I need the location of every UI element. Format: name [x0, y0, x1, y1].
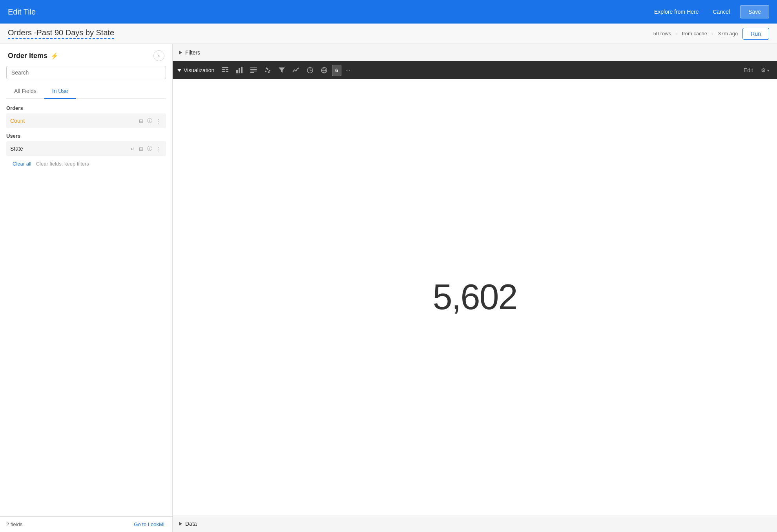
info-state-icon: ⓘ	[147, 146, 152, 151]
more-state-icon: ⋮	[156, 146, 161, 152]
info-state-button[interactable]: ⓘ	[146, 144, 153, 153]
data-toggle[interactable]: Data	[179, 521, 197, 527]
globe-icon	[321, 67, 328, 74]
svg-rect-6	[239, 68, 240, 73]
pivot-state-button[interactable]: ↵	[130, 145, 136, 153]
data-label: Data	[185, 521, 197, 527]
chevron-left-icon: ‹	[158, 53, 160, 58]
field-tabs: All Fields In Use	[6, 84, 166, 99]
fields-section: Orders Count ⊟ ⓘ ⋮ Users Stat	[0, 99, 172, 516]
bar-chart-icon	[236, 67, 243, 74]
collapse-sidebar-button[interactable]: ‹	[153, 50, 164, 61]
sidebar-title-text: Order Items	[8, 52, 47, 60]
query-meta: 50 rows · from cache · 37m ago Run	[653, 28, 769, 40]
viz-line-button[interactable]	[290, 64, 302, 76]
info-count-button[interactable]: ⓘ	[146, 117, 153, 125]
content-area: Filters Visualization	[173, 44, 777, 532]
viz-collapse-icon	[177, 69, 181, 72]
filters-label: Filters	[185, 49, 200, 56]
orders-section-label: Orders	[6, 105, 166, 111]
viz-scatter-button[interactable]	[261, 64, 274, 76]
svg-point-12	[265, 71, 266, 72]
users-section-label: Users	[6, 133, 166, 139]
query-title: Orders -Past 90 Days by State	[8, 28, 114, 39]
header-actions: Explore from Here Cancel Save	[650, 5, 769, 18]
viz-single-value-button[interactable]: 6	[332, 65, 341, 76]
list-icon	[250, 67, 257, 74]
svg-rect-7	[241, 67, 243, 73]
query-bar: Orders -Past 90 Days by State 50 rows · …	[0, 24, 777, 44]
viz-label-text: Visualization	[184, 67, 214, 73]
cancel-button[interactable]: Cancel	[709, 6, 734, 17]
clear-keep-link[interactable]: Clear fields, keep filters	[36, 161, 89, 167]
clear-all-link[interactable]: Clear all	[13, 161, 31, 167]
viz-edit-button[interactable]: Edit	[741, 66, 756, 75]
svg-rect-11	[250, 72, 254, 73]
time-ago: 37m ago	[718, 31, 738, 36]
funnel-icon	[278, 67, 285, 74]
row-count: 50 rows	[653, 31, 671, 36]
explore-from-here-button[interactable]: Explore from Here	[650, 6, 703, 17]
more-state-button[interactable]: ⋮	[155, 145, 162, 153]
svg-rect-0	[222, 67, 228, 68]
sidebar-footer: 2 fields Go to LookML	[0, 516, 172, 532]
separator-2: ·	[712, 31, 713, 36]
gear-dropdown-icon: ▾	[767, 68, 769, 73]
top-header: Edit Tile Explore from Here Cancel Save	[0, 0, 777, 24]
filter-state-button[interactable]: ⊟	[138, 145, 144, 153]
sidebar: Order Items ⚡ ‹ All Fields In Use Orders…	[0, 44, 173, 532]
svg-rect-9	[250, 69, 257, 70]
svg-point-15	[266, 67, 267, 69]
field-name-count: Count	[10, 118, 25, 124]
svg-rect-1	[222, 69, 225, 70]
svg-rect-10	[250, 71, 257, 71]
viz-clock-button[interactable]	[304, 64, 316, 76]
big-number-value: 5,602	[432, 277, 517, 317]
viz-label: Visualization	[177, 67, 214, 73]
field-name-state: State	[10, 146, 23, 152]
clock-icon	[306, 67, 314, 74]
svg-rect-3	[222, 71, 225, 72]
line-chart-icon	[292, 67, 299, 74]
viz-table-button[interactable]	[219, 64, 232, 76]
tab-all-fields[interactable]: All Fields	[6, 84, 44, 99]
sidebar-header: Order Items ⚡ ‹	[0, 44, 172, 66]
go-to-lookml-link[interactable]: Go to LookML	[134, 521, 166, 527]
info-icon: ⓘ	[147, 118, 152, 124]
sidebar-title: Order Items ⚡	[8, 52, 58, 60]
field-actions-count: ⊟ ⓘ ⋮	[138, 117, 162, 125]
viz-toolbar: Visualization	[173, 61, 777, 79]
filters-bar: Filters	[173, 44, 777, 61]
run-button[interactable]: Run	[742, 28, 769, 40]
table-icon	[222, 67, 229, 74]
search-input[interactable]	[6, 66, 166, 79]
lightning-icon: ⚡	[51, 52, 58, 60]
svg-point-16	[268, 71, 270, 73]
svg-rect-2	[226, 69, 228, 70]
filter-count-button[interactable]: ⊟	[138, 117, 144, 125]
tab-in-use[interactable]: In Use	[44, 84, 76, 99]
viz-funnel-button[interactable]	[275, 64, 288, 76]
svg-rect-4	[226, 71, 228, 72]
viz-list-button[interactable]	[247, 64, 260, 76]
more-vert-icon: ⋮	[156, 118, 161, 124]
viz-more-button[interactable]: ···	[343, 65, 353, 76]
filters-expand-icon	[179, 51, 182, 55]
viz-globe-button[interactable]	[318, 64, 330, 76]
field-actions-state: ↵ ⊟ ⓘ ⋮	[130, 144, 162, 153]
save-button[interactable]: Save	[740, 5, 769, 18]
fields-count: 2 fields	[6, 521, 22, 527]
filter-icon: ⊟	[139, 118, 143, 124]
data-bar: Data	[173, 515, 777, 532]
main-layout: Order Items ⚡ ‹ All Fields In Use Orders…	[0, 44, 777, 532]
cache-label: from cache	[682, 31, 707, 36]
data-expand-icon	[179, 522, 182, 526]
separator-1: ·	[676, 31, 677, 36]
scatter-icon	[264, 67, 271, 74]
page-title: Edit Tile	[8, 7, 36, 16]
viz-bar-chart-button[interactable]	[233, 64, 246, 76]
more-count-button[interactable]: ⋮	[155, 117, 162, 125]
viz-settings-button[interactable]: ⚙ ▾	[758, 66, 772, 75]
pivot-icon: ↵	[131, 146, 135, 152]
filters-toggle[interactable]: Filters	[179, 49, 200, 56]
